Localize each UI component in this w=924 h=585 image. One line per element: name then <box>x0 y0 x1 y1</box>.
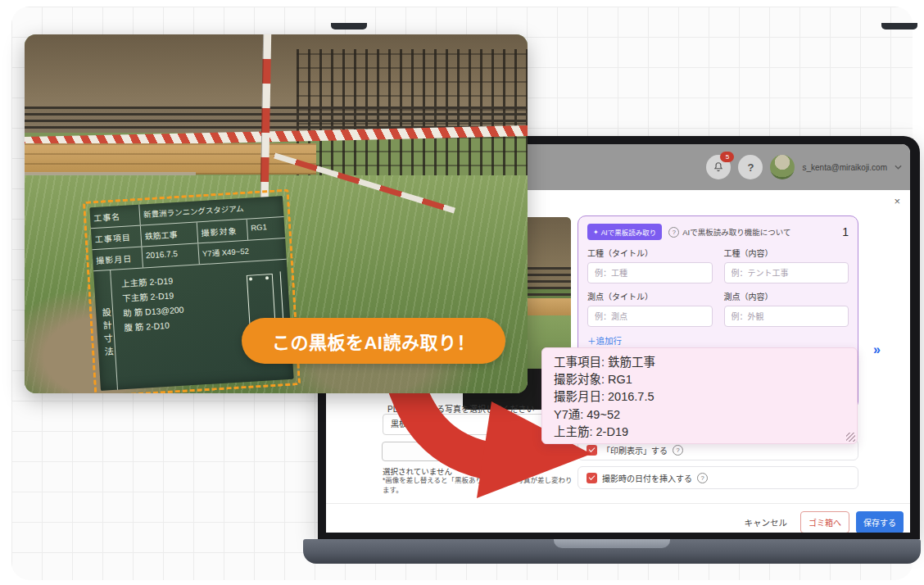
chevron-down-icon[interactable] <box>895 165 902 170</box>
question-icon: ? <box>748 161 754 174</box>
laptop-foot <box>881 23 917 29</box>
close-icon[interactable]: × <box>894 195 900 207</box>
field-label: 工種（内容） <box>724 247 849 259</box>
board-item-value: 鉄筋工事 <box>141 222 198 246</box>
board-date-value: 2016.7.5 <box>142 243 199 267</box>
help-button[interactable]: ? <box>738 155 763 179</box>
account-email[interactable]: s_kenta@miraikoji.com <box>802 163 887 172</box>
ai-read-banner-label: この黒板をAI読み取り！ <box>272 328 475 354</box>
memo-line: 撮影月日: 2016.7.5 <box>554 388 845 406</box>
notifications-button[interactable]: 5 <box>706 155 731 179</box>
ai-read-board-label: AIで黒板読み取り <box>601 227 657 237</box>
memo-line: 撮影対象: RG1 <box>554 371 845 388</box>
construction-photo: 工事名 新豊洲ランニングスタジアム 工事項目 鉄筋工事 撮影対象 RG1 撮影月… <box>25 34 528 393</box>
notification-badge: 5 <box>720 152 734 162</box>
form-panel-header: ✦ AIで黒板読み取り ? AIで黒板読み取り機能について 1 <box>587 224 849 240</box>
save-button[interactable]: 保存する <box>856 511 904 533</box>
insert-date-row: 撮影時の日付を挿入する ? <box>578 466 858 489</box>
laptop-foot <box>331 23 367 29</box>
sokuten-content-input[interactable] <box>724 306 849 327</box>
board-target-value: RG1 <box>247 217 285 240</box>
laptop-notch <box>554 539 670 548</box>
bell-icon <box>713 161 724 173</box>
koshu-content-input[interactable] <box>724 262 849 283</box>
board-date-label: 撮影月日 <box>93 247 143 271</box>
board-name-label: 工事名 <box>89 205 140 229</box>
ai-feature-help-label: AIで黒板読み取り機能について <box>682 226 790 238</box>
header-actions: 5 ? s_kenta@miraikoji.com <box>706 155 902 179</box>
ai-read-board-button[interactable]: ✦ AIで黒板読み取り <box>587 224 662 240</box>
board-item-label: 工事項目 <box>91 226 142 250</box>
trash-button[interactable]: ゴミ箱へ <box>800 511 849 533</box>
expand-panel-icon[interactable]: » <box>873 342 881 357</box>
koshu-title-input[interactable] <box>587 262 713 283</box>
insert-date-label: 撮影時の日付を挿入する <box>602 472 692 484</box>
ai-feature-help-link[interactable]: ? AIで黒板読み取り機能について <box>668 226 790 238</box>
ai-read-banner: この黒板をAI読み取り！ <box>242 318 505 364</box>
memo-textarea[interactable]: 工事項目: 鉄筋工事 撮影対象: RG1 撮影月日: 2016.7.5 Y7通:… <box>541 347 858 444</box>
help-circle-icon: ? <box>668 227 679 238</box>
sokuten-title-input[interactable] <box>587 306 713 327</box>
field-label: 測点（タイトル） <box>587 290 713 302</box>
help-circle-icon[interactable]: ? <box>673 445 683 456</box>
cancel-button[interactable]: キャンセル <box>738 512 795 533</box>
board-specs: 上主筋 2-D19 下主筋 2-D19 助 筋 D13@200 腹 筋 2-D1… <box>111 262 247 389</box>
photo-index: 1 <box>842 225 849 238</box>
laptop-base <box>303 539 921 564</box>
photo-formwork <box>25 143 316 175</box>
footer-actions: キャンセル ゴミ箱へ 保存する <box>738 511 904 533</box>
memo-line: 上主筋: 2-D19 <box>554 424 845 441</box>
field-label: 測点（内容） <box>724 290 849 302</box>
form-fields: 工種（タイトル） 工種（内容） 測点（タイトル） <box>587 240 849 327</box>
help-circle-icon[interactable]: ? <box>697 473 708 483</box>
memo-line: 工事項目: 鉄筋工事 <box>554 354 845 371</box>
print-display-label: 「印刷表示」する <box>602 444 668 456</box>
board-target-label: 撮影対象 <box>197 220 248 243</box>
memo-line: Y7通: 49~52 <box>554 406 845 424</box>
add-row-link[interactable]: ＋追加行 <box>587 334 849 347</box>
avatar[interactable] <box>770 155 795 179</box>
marketing-canvas: 5 ? s_kenta@miraikoji.com × <box>0 0 924 585</box>
sparkle-icon: ✦ <box>593 229 599 236</box>
field-label: 工種（タイトル） <box>587 247 713 259</box>
